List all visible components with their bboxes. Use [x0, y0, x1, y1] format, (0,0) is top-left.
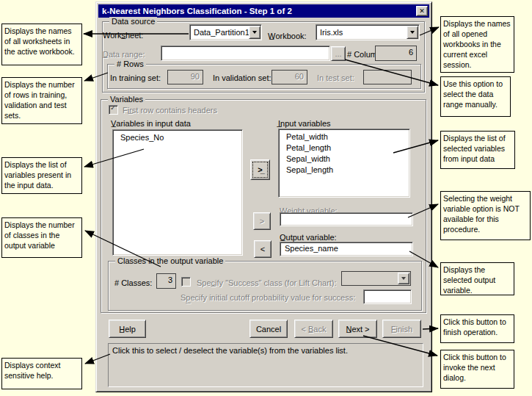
list-item[interactable]: Species_No	[113, 132, 242, 143]
title-bar: k-Nearest Neighbors Classification - Ste…	[98, 4, 429, 18]
worksheet-dropdown[interactable]: Data_Partition1	[189, 24, 262, 40]
callout-finish: Click this button to finish operation.	[440, 314, 514, 343]
success-class-checkbox	[181, 277, 191, 287]
close-button[interactable]: ✕	[416, 6, 428, 16]
list-item[interactable]: Petal_length	[279, 143, 409, 154]
success-class-label: Spec̲ify "Success" class (for Lift Chart…	[197, 278, 337, 288]
dialog-title: k-Nearest Neighbors Classification - Ste…	[102, 7, 292, 15]
validation-set-label: In validation set:	[213, 73, 272, 83]
cutoff-label: Sp̲ecify initial cutoff probability valu…	[181, 293, 355, 303]
help-button[interactable]: H̲elp	[109, 320, 146, 338]
context-help-box: Click this to select / deselect the vari…	[108, 343, 423, 387]
workbook-label: W̲orkbook:	[268, 32, 307, 41]
success-dropdown-button	[398, 273, 409, 284]
callout-classes: Displays the number of classes in the ou…	[1, 217, 82, 258]
finish-button: F̲inish	[382, 320, 421, 338]
next-button[interactable]: N̲ext >	[338, 320, 377, 338]
columns-count: 6	[375, 46, 417, 61]
first-row-checkbox: ✓	[109, 105, 118, 115]
validation-set-count: 60	[272, 70, 307, 84]
move-button: >	[253, 212, 271, 230]
callout-rows: Displays the number of rows in training,…	[1, 77, 82, 124]
test-set-label: In test set:	[317, 73, 354, 83]
tutorial-page: Displays the names of all worksheets in …	[0, 0, 532, 396]
knn-classification-dialog: k-Nearest Neighbors Classification - Ste…	[95, 1, 432, 392]
variables-in-input-list[interactable]: Species_No	[112, 129, 243, 256]
cutoff-field[interactable]	[363, 289, 412, 304]
rows-legend: # Rows	[114, 60, 146, 69]
back-button: < B̲ack	[294, 320, 333, 338]
callout-output-variable: Displays the selected output variable.	[440, 262, 514, 295]
first-row-checkbox-label: Fir̲st row contains headers	[123, 106, 217, 115]
data-range-label: D̲ata range:	[103, 50, 145, 60]
callout-workbooks: Displays the names of all opened workboo…	[440, 16, 514, 73]
input-variables-list[interactable]: Petal_width Petal_length Sepal_width Sep…	[278, 129, 410, 198]
dropdown-arrow-icon	[401, 277, 406, 280]
list-item[interactable]: Sepal_width	[279, 154, 409, 165]
dropdown-arrow-icon	[252, 31, 257, 34]
cancel-button[interactable]: Cancel	[249, 320, 288, 338]
callout-selected-variables: Displays the list of selected variables …	[440, 131, 515, 169]
dropdown-arrow-icon	[410, 31, 415, 34]
classes-legend: Classes in the output variable	[115, 256, 225, 266]
data-range-field	[161, 46, 330, 61]
workbook-value: Iris.xls	[320, 26, 343, 38]
callout-input-variables: Displays the list of variables present i…	[1, 157, 82, 194]
remove-button[interactable]: <	[254, 240, 272, 258]
move-all-button[interactable]: >̲	[250, 159, 270, 180]
variables-in-input-label: V̲ariables in input data	[111, 119, 191, 129]
weight-variable-field	[280, 212, 413, 226]
list-item[interactable]: Petal_width	[279, 132, 409, 143]
callout-worksheets: Displays the names of all worksheets in …	[1, 24, 82, 65]
data-range-browse-button[interactable]: ...	[331, 46, 346, 61]
worksheet-label: Works̲heet:	[103, 31, 143, 40]
workbook-dropdown[interactable]: Iris.xls	[316, 24, 420, 40]
callout-weight-variable: Selecting the weight variable option is …	[440, 191, 531, 240]
callout-context-help: Displays context sensitive help.	[1, 358, 82, 389]
training-set-count: 90	[167, 70, 203, 84]
check-icon: ✓	[110, 104, 116, 112]
callout-next: Click this button to invoke the next dia…	[440, 350, 514, 389]
success-class-dropdown	[341, 271, 411, 286]
list-item[interactable]: Sepal_length	[279, 165, 409, 176]
worksheet-dropdown-button[interactable]	[249, 26, 260, 39]
workbook-dropdown-button[interactable]	[407, 26, 418, 39]
worksheet-value: Data_Partition1	[194, 26, 249, 38]
training-set-label: In training set:	[110, 73, 161, 83]
classes-count: 3	[156, 273, 176, 289]
test-set-count	[363, 70, 412, 84]
input-variables-label: I̲nput variables	[278, 119, 331, 129]
callout-data-range: Use this option to select the data range…	[440, 76, 511, 117]
classes-count-label: # Classes:	[114, 278, 152, 288]
close-icon: ✕	[419, 7, 425, 15]
output-variable-field[interactable]: Species_name	[280, 242, 413, 256]
ellipsis-icon: ...	[335, 49, 341, 58]
data-source-legend: Data source	[109, 17, 157, 26]
